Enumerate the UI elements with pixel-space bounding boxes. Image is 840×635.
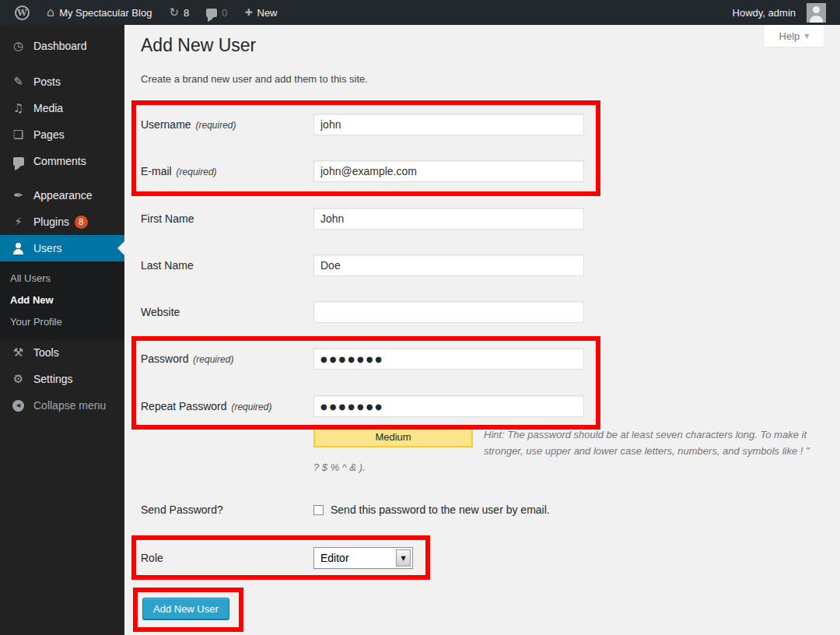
first-name-label: First Name: [141, 212, 313, 225]
wrench-icon: ⚒: [10, 347, 26, 359]
dropdown-arrow-icon: ▼: [396, 549, 411, 567]
email-row: E-mail (required): [141, 160, 584, 182]
role-row: Role Editor ▼: [141, 547, 413, 569]
collapse-menu-button[interactable]: ◀ Collapse menu: [0, 392, 124, 419]
sidebar-item-plugins[interactable]: ⚡ Plugins 8: [0, 209, 124, 235]
help-label: Help: [779, 30, 800, 42]
settings-icon: ⚙: [10, 374, 26, 385]
last-name-row: Last Name: [141, 254, 584, 276]
required-hint: (required): [177, 167, 217, 177]
plug-icon: ⚡: [10, 216, 26, 228]
sidebar-label: Posts: [33, 75, 61, 88]
role-label: Role: [141, 552, 313, 564]
email-label: E-mail: [141, 165, 172, 177]
howdy-text: Howdy, admin: [733, 7, 796, 19]
repeat-password-row: Repeat Password (required): [141, 395, 584, 417]
admin-sidebar: ◷ Dashboard ✎ Posts ♫ Media ❏ Pages Comm…: [0, 25, 124, 635]
sidebar-item-dashboard[interactable]: ◷ Dashboard: [0, 33, 124, 59]
plugins-update-badge: 8: [75, 216, 88, 229]
admin-bar: W ⌂ My Spectacular Blog ↻ 8 0 ✚ New Howd…: [0, 0, 840, 25]
first-name-input[interactable]: [313, 208, 584, 230]
user-icon: [12, 243, 24, 254]
submenu-label: All Users: [10, 272, 51, 284]
media-icon: ♫: [10, 103, 26, 114]
send-password-checkbox[interactable]: [313, 505, 324, 515]
password-label: Password: [141, 353, 188, 365]
users-submenu: All Users Add New Your Profile: [0, 261, 124, 339]
updates-icon: ↻: [169, 7, 179, 19]
comments-bubble-icon: [206, 9, 217, 17]
page-subtitle: Create a brand new user and add them to …: [141, 73, 368, 85]
wordpress-logo-icon: W: [15, 5, 30, 20]
send-password-label: Send Password?: [141, 503, 313, 516]
admin-bar-left: W ⌂ My Spectacular Blog ↻ 8 0 ✚ New: [0, 0, 286, 25]
sidebar-item-tools[interactable]: ⚒ Tools: [0, 339, 124, 366]
send-password-checkbox-label: Send this password to the new user by em…: [331, 503, 550, 516]
username-label: Username: [141, 118, 191, 131]
collapse-arrow-icon: ◀: [12, 400, 24, 412]
required-hint: (required): [193, 354, 233, 365]
sidebar-item-comments[interactable]: Comments: [0, 148, 124, 174]
wordpress-menu[interactable]: W: [6, 0, 38, 25]
sidebar-subitem-add-new[interactable]: Add New: [0, 289, 124, 310]
new-content-menu[interactable]: ✚ New: [236, 0, 285, 25]
plus-icon: ✚: [244, 8, 252, 17]
sidebar-label: Plugins: [33, 216, 69, 228]
dashboard-icon: ◷: [10, 40, 26, 52]
sidebar-item-appearance[interactable]: ✒ Appearance: [0, 182, 124, 209]
repeat-password-label: Repeat Password: [141, 400, 227, 412]
sidebar-label: Settings: [33, 373, 73, 385]
username-row: Username (required): [141, 114, 584, 135]
sidebar-item-pages[interactable]: ❏ Pages: [0, 121, 124, 148]
site-name-menu[interactable]: ⌂ My Spectacular Blog: [38, 0, 160, 25]
email-input[interactable]: [313, 160, 584, 182]
pages-icon: ❏: [10, 129, 26, 141]
add-new-user-button[interactable]: Add New User: [142, 598, 229, 619]
sidebar-label: Comments: [33, 155, 86, 167]
page-title: Add New User: [141, 35, 256, 56]
chevron-down-icon: ▼: [804, 33, 809, 40]
sidebar-item-settings[interactable]: ⚙ Settings: [0, 366, 124, 392]
sidebar-subitem-your-profile[interactable]: Your Profile: [0, 310, 124, 332]
last-name-label: Last Name: [141, 259, 313, 272]
submenu-label: Add New: [10, 294, 54, 306]
sidebar-label: Pages: [33, 128, 65, 141]
comments-menu[interactable]: 0: [198, 0, 236, 25]
sidebar-item-users[interactable]: Users: [0, 235, 124, 261]
home-icon: ⌂: [47, 6, 54, 19]
sidebar-label: Appearance: [33, 189, 93, 202]
sidebar-subitem-all-users[interactable]: All Users: [0, 267, 124, 289]
password-strength-area: Medium Hint: The password should be at l…: [313, 426, 811, 475]
website-label: Website: [141, 306, 313, 318]
password-row: Password (required): [141, 348, 584, 370]
my-account-menu[interactable]: Howdy, admin: [724, 0, 835, 25]
role-select[interactable]: Editor ▼: [313, 547, 413, 569]
updates-menu[interactable]: ↻ 8: [160, 0, 198, 25]
sidebar-item-posts[interactable]: ✎ Posts: [0, 68, 124, 95]
sidebar-label: Users: [33, 242, 62, 254]
new-label: New: [257, 7, 278, 19]
sidebar-item-media[interactable]: ♫ Media: [0, 95, 124, 121]
repeat-password-input[interactable]: [313, 395, 584, 417]
password-strength-meter: Medium: [313, 426, 473, 447]
collapse-label: Collapse menu: [33, 399, 106, 412]
help-button[interactable]: Help ▼: [765, 25, 824, 47]
password-input[interactable]: [313, 348, 584, 370]
site-name: My Spectacular Blog: [59, 7, 152, 19]
user-avatar: [807, 3, 826, 23]
username-input[interactable]: [313, 114, 584, 135]
sidebar-label: Dashboard: [33, 40, 87, 52]
pushpin-icon: ✎: [10, 76, 26, 88]
website-row: Website: [141, 301, 584, 323]
sidebar-label: Tools: [33, 346, 59, 359]
last-name-input[interactable]: [313, 254, 584, 276]
website-input[interactable]: [313, 301, 584, 323]
role-selected-value: Editor: [320, 552, 349, 564]
comments-bubble-icon: [13, 157, 24, 166]
updates-count: 8: [184, 7, 189, 19]
sidebar-label: Media: [33, 102, 63, 114]
send-password-row: Send Password? Send this password to the…: [141, 499, 550, 521]
comments-count: 0: [222, 7, 227, 19]
content-area: Add New User Help ▼ Create a brand new u…: [124, 25, 840, 635]
required-hint: (required): [231, 402, 271, 412]
